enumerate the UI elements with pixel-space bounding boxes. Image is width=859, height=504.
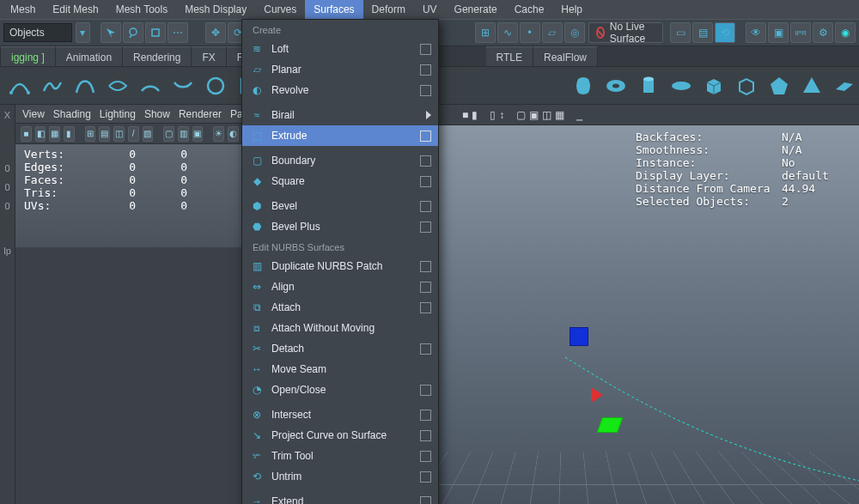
poly-torus-icon[interactable] (601, 71, 631, 100)
tab-realflow[interactable]: RealFlow (533, 46, 598, 66)
vp-r-bk-icon[interactable]: ▮ (472, 109, 478, 121)
menu-planar[interactable]: ▱ Planar (242, 59, 438, 80)
menu-intersect[interactable]: ⊗ Intersect (242, 404, 438, 425)
select-tool-icon[interactable] (101, 22, 121, 43)
curve-pencil-icon[interactable] (103, 71, 132, 100)
menu-cache[interactable]: Cache (506, 0, 553, 19)
menu-bevel[interactable]: ⬢ Bevel (242, 196, 438, 216)
menu-attach[interactable]: ⧉ Attach (242, 297, 438, 318)
curve-arc2-icon[interactable] (168, 71, 198, 100)
poly-cube-wire-icon[interactable] (732, 71, 761, 100)
menu-bevel-plus[interactable]: ⬣ Bevel Plus (242, 216, 438, 237)
render-view-icon[interactable]: 👁 (746, 22, 766, 43)
menu-untrim[interactable]: ⟲ Untrim (242, 466, 438, 487)
menu-mesh[interactable]: Mesh (2, 0, 44, 19)
vp-film-icon[interactable]: ▦ (49, 126, 60, 142)
bevel-options-icon[interactable] (420, 201, 431, 212)
extend-options-icon[interactable] (420, 496, 431, 505)
curve-bezier-icon[interactable] (70, 71, 100, 100)
menu-mesh-display[interactable]: Mesh Display (176, 0, 255, 19)
snap-plane-icon[interactable]: ▱ (542, 22, 563, 43)
vp-r-slide-icon[interactable]: ⎯ (576, 109, 582, 121)
menu-surfaces[interactable]: Surfaces (305, 0, 362, 19)
ipr-icon[interactable]: IPR (790, 22, 811, 43)
paint-tool-icon[interactable] (145, 22, 166, 43)
vp-r-arrow-icon[interactable]: ↕ (499, 109, 504, 121)
menu-edit-mesh[interactable]: Edit Mesh (44, 0, 107, 19)
vp-shaded-icon[interactable]: / (128, 126, 139, 142)
vp-grid-icon[interactable]: ⊞ (85, 126, 96, 142)
manip-y-cube[interactable] (570, 327, 588, 346)
bevel-plus-options-icon[interactable] (420, 222, 431, 233)
vp-menu-renderer[interactable]: Renderer (179, 108, 222, 120)
square-options-icon[interactable] (420, 176, 431, 187)
vp-wire-icon[interactable]: ◫ (113, 126, 125, 142)
menu-move-seam[interactable]: ↔ Move Seam (242, 359, 438, 380)
dup-patch-options-icon[interactable] (420, 261, 431, 272)
detach-options-icon[interactable] (420, 343, 431, 355)
poly-cylinder-icon[interactable] (634, 71, 663, 100)
untrim-options-icon[interactable] (420, 471, 431, 483)
curve-circle-icon[interactable] (201, 71, 230, 100)
project-curve-options-icon[interactable] (420, 430, 431, 441)
open-close-options-icon[interactable] (420, 385, 431, 396)
vp-menu-show[interactable]: Show (144, 108, 170, 120)
menu-curves[interactable]: Curves (255, 0, 305, 19)
menu-uv[interactable]: UV (414, 0, 446, 19)
menu-extrude[interactable]: ⬚ Extrude (242, 125, 438, 146)
hypershade-icon[interactable]: ◉ (835, 22, 856, 43)
cg-icon-2[interactable]: ▤ (692, 22, 713, 43)
attach-options-icon[interactable] (420, 302, 431, 313)
construction-history-icon[interactable]: ⟲ (715, 22, 735, 43)
snap-curve-icon[interactable]: ∿ (497, 22, 518, 43)
poly-prism-icon[interactable] (765, 71, 794, 100)
menu-open-close[interactable]: ◔ Open/Close (242, 380, 438, 400)
tab-fx[interactable]: FX (192, 46, 226, 66)
snap-live-icon[interactable]: ◎ (564, 22, 585, 43)
snap-grid-icon[interactable]: ⊞ (475, 22, 496, 43)
vp-r-sel-icon[interactable]: ▯ (490, 109, 496, 121)
menu-revolve[interactable]: ◐ Revolve (242, 80, 438, 100)
lasso-tool-icon[interactable] (123, 22, 143, 43)
planar-options-icon[interactable] (420, 64, 431, 76)
extrude-options-icon[interactable] (420, 131, 431, 142)
tab-rendering[interactable]: Rendering (123, 46, 192, 66)
menu-extend[interactable]: → Extend (242, 491, 438, 504)
vp-r-g4-icon[interactable]: ▦ (555, 109, 564, 121)
vp-tex-icon[interactable]: ▧ (143, 126, 154, 142)
vp-camera-icon[interactable]: ■ (21, 126, 32, 142)
left-gutter-x[interactable]: X (4, 110, 10, 120)
menu-square[interactable]: ◆ Square (242, 171, 438, 191)
tab-rigging[interactable]: igging ] (0, 46, 56, 66)
poly-sphere-warp-icon[interactable] (569, 71, 598, 100)
menu-attach-nomove[interactable]: ⧈ Attach Without Moving (242, 318, 438, 338)
poly-disc-icon[interactable] (667, 71, 696, 100)
snap-point-icon[interactable]: • (520, 22, 540, 43)
vp-r-cam-icon[interactable]: ■ (462, 109, 468, 121)
menu-help[interactable]: Help (552, 0, 591, 19)
poly-cone-icon[interactable] (797, 71, 826, 100)
menu-birail[interactable]: ≈ Birail (242, 105, 438, 125)
intersect-options-icon[interactable] (420, 410, 431, 421)
curve-arc-icon[interactable] (136, 71, 165, 100)
tab-rtle[interactable]: RTLE (486, 46, 533, 66)
revolve-options-icon[interactable] (420, 85, 431, 96)
vp-panel1-icon[interactable]: ▢ (163, 126, 174, 142)
vp-r-g3-icon[interactable]: ◫ (542, 109, 551, 121)
vp-shadow-icon[interactable]: ◐ (228, 126, 239, 142)
vp-panel2-icon[interactable]: ▥ (178, 126, 189, 142)
vp-book-icon[interactable]: ▮ (64, 126, 75, 142)
poly-cube-icon[interactable] (699, 71, 728, 100)
vp-r-g1-icon[interactable]: ▢ (516, 109, 526, 121)
vp-light-icon[interactable]: ☀ (213, 126, 224, 142)
vp-bookmark-icon[interactable]: ◧ (35, 126, 46, 142)
vp-image-icon[interactable]: ▤ (99, 126, 110, 142)
menu-loft[interactable]: ≋ Loft (242, 39, 438, 59)
curve-ep-icon[interactable] (5, 71, 34, 100)
menu-generate[interactable]: Generate (446, 0, 506, 19)
menu-align[interactable]: ⇔ Align (242, 276, 438, 297)
vp-menu-view[interactable]: View (22, 108, 45, 120)
menu-dup-patch[interactable]: ▥ Duplicate NURBS Patch (242, 256, 438, 276)
align-options-icon[interactable] (420, 282, 431, 293)
boundary-options-icon[interactable] (420, 155, 431, 167)
